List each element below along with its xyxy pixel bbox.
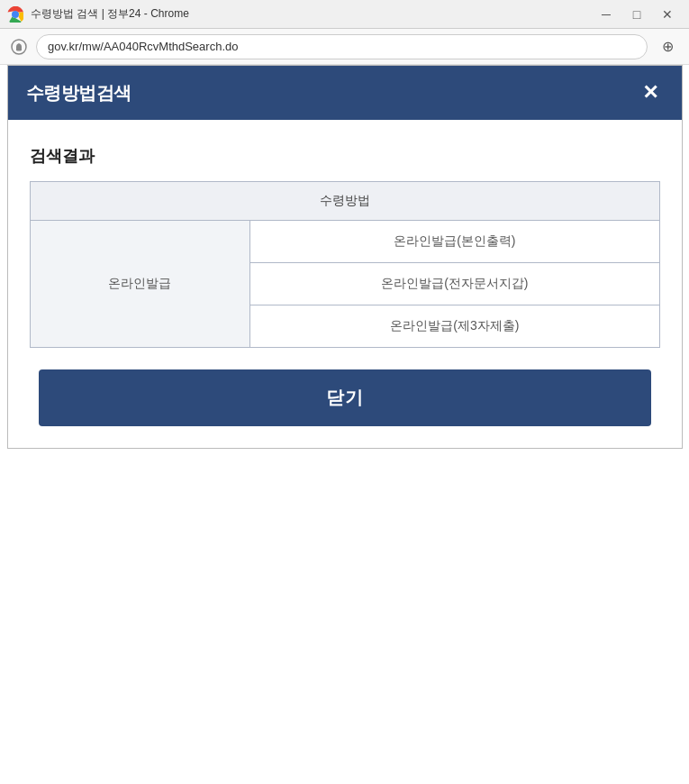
title-bar: 수령방법 검색 | 정부24 - Chrome ─ □ ✕ [0,0,689,29]
table-row: 온라인발급(전자문서지갑) [250,263,659,305]
category-cell: 온라인발급 [30,221,250,348]
close-button[interactable]: 닫기 [39,369,651,426]
modal-close-x-button[interactable]: ✕ [637,81,664,105]
modal-header: 수령방법검색 ✕ [8,66,682,120]
modal-body: 검색결과 수령방법 온라인발급온라인발급(본인출력)온라인발급(전자문서지갑)온… [8,120,682,448]
table-row: 온라인발급(제3자제출) [250,305,659,348]
table-row: 온라인발급(본인출력) [250,221,659,263]
address-bar: ⊕ [0,29,689,65]
window-close-button[interactable]: ✕ [653,1,682,28]
zoom-button[interactable]: ⊕ [655,34,680,59]
result-table: 수령방법 온라인발급온라인발급(본인출력)온라인발급(전자문서지갑)온라인발급(… [30,181,660,348]
svg-point-0 [12,11,19,18]
table-header: 수령방법 [30,182,659,221]
minimize-button[interactable]: ─ [592,1,621,28]
security-icon [9,37,29,57]
window-controls: ─ □ ✕ [592,1,682,28]
modal-title: 수령방법검색 [26,81,131,105]
window-title: 수령방법 검색 | 정부24 - Chrome [31,6,592,22]
modal-container: 수령방법검색 ✕ 검색결과 수령방법 온라인발급온라인발급(본인출력)온라인발급… [7,65,683,449]
chrome-icon [7,6,23,23]
section-title: 검색결과 [30,145,660,167]
maximize-button[interactable]: □ [622,1,651,28]
url-input[interactable] [36,34,648,59]
